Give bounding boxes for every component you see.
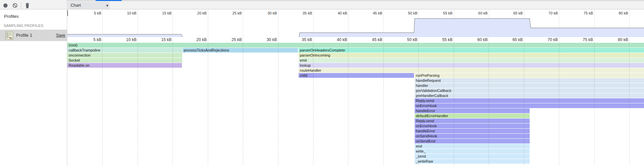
svg-text:%: % bbox=[9, 36, 12, 40]
